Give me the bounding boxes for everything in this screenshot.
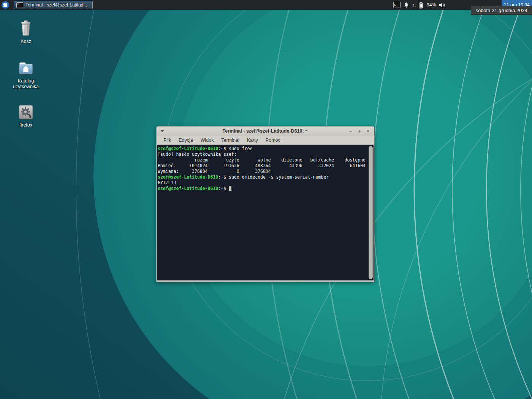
desktop-icon-label: Katalog użytkownika (8, 78, 43, 90)
system-tray: $_ ↑ ↓ 94% (393, 0, 446, 10)
menubar: Plik Edycja Widok Terminal Karty Pomoc (157, 136, 374, 145)
terminal-scrollbar[interactable] (368, 146, 373, 279)
desktop-icon-katalog-uzytkownika[interactable]: Katalog użytkownika (8, 60, 43, 90)
desktop-icon-label: Kosz (8, 39, 43, 44)
scrollbar-thumb[interactable] (369, 146, 373, 279)
applications-menu-button[interactable] (2, 1, 9, 9)
close-button[interactable]: × (365, 128, 371, 135)
download-arrow-icon: ↓ (414, 2, 416, 8)
desktop-icon-label: firefox (8, 122, 43, 128)
volume-icon[interactable] (439, 2, 446, 8)
home-folder-icon (17, 60, 35, 76)
desktop-icon-kosz[interactable]: Kosz (8, 20, 43, 44)
terminal-viewport[interactable]: szef@szef-Latitude-D610:~$ sudo free[sud… (157, 145, 374, 280)
taskbar-window-button[interactable]: $_ Terminal - szef@szef-Latitud... (14, 1, 93, 9)
trash-icon (18, 20, 34, 36)
menu-item-plik[interactable]: Plik (160, 137, 175, 144)
battery-percent: 94% (427, 2, 436, 8)
window-title: Terminal - szef@szef-Latitude-D610: ~ (223, 128, 308, 134)
launcher-gear-icon (18, 104, 34, 120)
battery-icon[interactable] (418, 2, 423, 9)
menu-item-widok[interactable]: Widok (197, 137, 218, 144)
desktop-icon-firefox[interactable]: firefox (8, 104, 43, 128)
taskbar-window-label: Terminal - szef@szef-Latitud... (25, 2, 87, 8)
maximize-button[interactable]: + (356, 128, 362, 135)
menu-item-terminal[interactable]: Terminal (217, 137, 243, 144)
titlebar[interactable]: Terminal - szef@szef-Latitude-D610: ~ – … (157, 127, 374, 136)
menu-item-edycja[interactable]: Edycja (175, 137, 197, 144)
terminal-window: Terminal - szef@szef-Latitude-D610: ~ – … (156, 126, 374, 282)
date-tooltip: sobota 21 grudnia 2024 (471, 6, 532, 15)
terminal-icon: $_ (16, 2, 23, 8)
window-menu-icon[interactable] (160, 130, 164, 132)
minimize-button[interactable]: – (348, 128, 353, 135)
menu-item-karty[interactable]: Karty (243, 137, 262, 144)
xubuntu-logo-icon (3, 3, 8, 8)
network-arrows-icon[interactable]: ↑ ↓ (412, 2, 416, 8)
terminal-tray-icon[interactable]: $_ (393, 2, 401, 8)
top-panel: $_ Terminal - szef@szef-Latitud... $_ ↑ … (0, 0, 532, 10)
menu-item-pomoc[interactable]: Pomoc (262, 137, 284, 144)
terminal-output: szef@szef-Latitude-D610:~$ sudo free[sud… (157, 145, 374, 192)
notification-bell-icon[interactable] (403, 2, 409, 8)
